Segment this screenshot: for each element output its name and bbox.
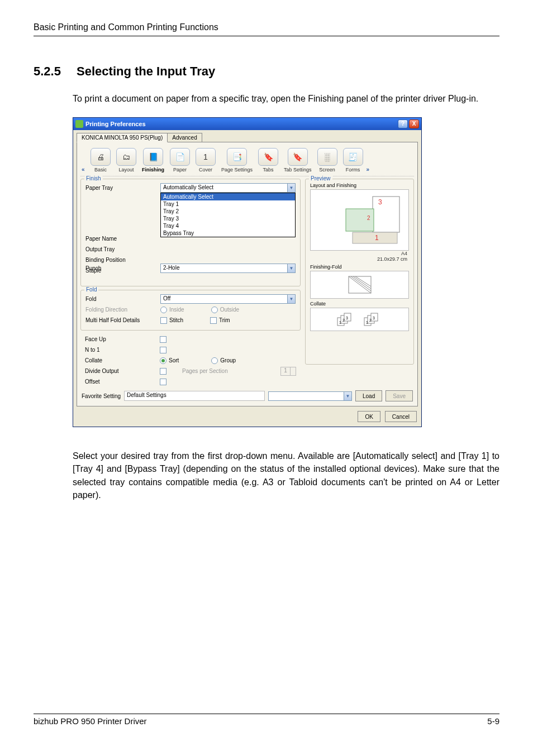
svg-text:3: 3 xyxy=(346,316,348,320)
tb-page-settings[interactable]: 📑Page Settings xyxy=(219,148,255,173)
top-tabstrip: KONICA MINOLTA 950 PS(Plug) Advanced xyxy=(77,132,418,142)
close-button[interactable]: X xyxy=(409,119,419,128)
load-button[interactable]: Load xyxy=(355,390,382,401)
svg-text:1: 1 xyxy=(366,320,368,324)
faceup-checkbox[interactable] xyxy=(160,336,166,343)
folding-direction-label: Folding Direction xyxy=(85,307,158,313)
section-title: Selecting the Input Tray xyxy=(77,64,215,79)
inside-label: Inside xyxy=(169,307,184,313)
chevron-down-icon: ▼ xyxy=(287,295,295,303)
tb-tabs[interactable]: 🔖Tabs xyxy=(256,148,280,173)
opt-tray3[interactable]: Tray 3 xyxy=(161,215,295,222)
punch-label: Punch xyxy=(85,265,158,271)
multi-half-fold-label: Multi Half Fold Details xyxy=(85,317,158,323)
collate-icon: 123 xyxy=(335,311,358,328)
finishing-fold-label: Finishing-Fold xyxy=(310,264,409,270)
collate-label: Collate xyxy=(85,357,158,363)
faceup-label: Face Up xyxy=(85,336,158,342)
favorite-setting-select[interactable]: ▼ xyxy=(268,391,352,401)
toolbar-prev-icon[interactable]: « xyxy=(82,166,87,173)
printer-preview-icon: 3 2 1 xyxy=(312,192,407,248)
titlebar: Printing Preferences ? X xyxy=(73,118,421,130)
footer-left: bizhub PRO 950 Printer Driver xyxy=(34,716,147,726)
fold-select[interactable]: Off▼ xyxy=(160,294,296,304)
svg-text:1: 1 xyxy=(375,234,379,242)
tb-cover[interactable]: 1Cover xyxy=(193,148,218,173)
favorite-setting-input[interactable]: Default Settings xyxy=(124,391,265,401)
divide-output-checkbox[interactable] xyxy=(160,368,166,375)
paper-size-label: A4 xyxy=(401,251,407,256)
preview-group: Preview Layout and Finishing 3 2 xyxy=(305,179,414,365)
group-radio[interactable] xyxy=(211,357,218,364)
followup-paragraph: Select your desired tray from the first … xyxy=(73,449,499,501)
paper-tray-dropdown: Automatically Select Tray 1 Tray 2 Tray … xyxy=(160,193,296,237)
offset-checkbox[interactable] xyxy=(160,379,166,385)
collate-icon: 123 xyxy=(362,311,384,328)
tb-screen[interactable]: ░Screen xyxy=(315,148,340,173)
stitch-label: Stitch xyxy=(169,317,183,323)
nto1-checkbox[interactable] xyxy=(160,347,166,353)
window-title: Printing Preferences xyxy=(85,121,146,127)
svg-text:2: 2 xyxy=(369,318,372,322)
ok-button[interactable]: OK xyxy=(358,411,380,422)
section-heading: 5.2.5 Selecting the Input Tray xyxy=(34,64,499,79)
svg-text:3: 3 xyxy=(373,316,375,320)
footer-right: 5-9 xyxy=(487,716,499,726)
fold-preview-icon xyxy=(343,274,377,296)
cancel-button[interactable]: Cancel xyxy=(385,411,417,422)
pages-per-section-spinner: 1 xyxy=(280,367,296,376)
group-label: Group xyxy=(220,357,236,363)
chevron-down-icon: ▼ xyxy=(287,184,295,192)
favorite-setting-label: Favorite Setting xyxy=(82,393,121,399)
divide-output-label: Divide Output xyxy=(85,368,158,374)
tb-paper[interactable]: 📄Paper xyxy=(168,148,192,173)
tb-layout[interactable]: 🗂Layout xyxy=(114,148,139,173)
save-button: Save xyxy=(386,390,413,401)
opt-tray1[interactable]: Tray 1 xyxy=(161,200,295,208)
stitch-checkbox[interactable] xyxy=(160,317,167,324)
header-rule xyxy=(34,36,499,36)
sort-radio[interactable] xyxy=(160,357,166,364)
offset-label: Offset xyxy=(85,379,158,385)
tab-plug[interactable]: KONICA MINOLTA 950 PS(Plug) xyxy=(77,133,168,142)
opt-tray2[interactable]: Tray 2 xyxy=(161,208,295,215)
finish-legend: Finish xyxy=(84,175,103,181)
layout-preview: 3 2 1 xyxy=(310,189,409,251)
svg-rect-0 xyxy=(373,197,399,232)
help-button[interactable]: ? xyxy=(398,119,408,128)
punch-select[interactable]: 2-Hole▼ xyxy=(160,264,296,273)
collate-preview: 123 123 xyxy=(310,308,409,331)
paper-tray-label: Paper Tray xyxy=(85,185,158,191)
paper-dim-label: 21.0x29.7 cm xyxy=(377,256,407,262)
tb-basic[interactable]: 🖨Basic xyxy=(88,148,113,173)
toolbar-next-icon[interactable]: » xyxy=(367,166,372,173)
tb-tab-settings[interactable]: 🔖Tab Settings xyxy=(282,148,314,173)
printing-preferences-dialog: Printing Preferences ? X KONICA MINOLTA … xyxy=(73,117,422,427)
fold-legend: Fold xyxy=(84,286,98,293)
svg-text:1: 1 xyxy=(339,320,341,324)
fold-group: Fold Fold Off▼ Folding Direction Inside xyxy=(80,290,301,331)
app-icon xyxy=(75,120,83,128)
output-tray-label: Output Tray xyxy=(85,246,158,252)
finish-group: Finish Paper Tray Automatically Select ▼… xyxy=(80,179,301,286)
sort-label: Sort xyxy=(169,357,179,363)
svg-text:2: 2 xyxy=(342,318,345,322)
opt-auto-select[interactable]: Automatically Select xyxy=(161,193,295,200)
opt-bypass[interactable]: Bypass Tray xyxy=(161,229,295,237)
tb-finishing[interactable]: 📘Finishing xyxy=(140,148,166,173)
binding-position-label: Binding Position xyxy=(85,257,158,263)
section-number: 5.2.5 xyxy=(34,64,61,79)
chevron-down-icon: ▼ xyxy=(344,392,351,400)
collate-preview-label: Collate xyxy=(310,301,409,307)
tab-advanced[interactable]: Advanced xyxy=(167,133,202,142)
trim-checkbox[interactable] xyxy=(210,317,217,324)
tb-forms[interactable]: 🧾Forms xyxy=(341,148,365,173)
opt-tray4[interactable]: Tray 4 xyxy=(161,222,295,229)
outside-radio xyxy=(211,307,218,313)
fold-label: Fold xyxy=(85,296,158,302)
paper-tray-select[interactable]: Automatically Select ▼ Automatically Sel… xyxy=(160,183,296,193)
category-toolbar: « 🖨Basic 🗂Layout 📘Finishing 📄Paper 1Cove… xyxy=(80,146,414,176)
chevron-down-icon: ▼ xyxy=(287,264,295,272)
pages-per-section-label: Pages per Section xyxy=(182,368,228,374)
outside-label: Outside xyxy=(220,307,239,313)
